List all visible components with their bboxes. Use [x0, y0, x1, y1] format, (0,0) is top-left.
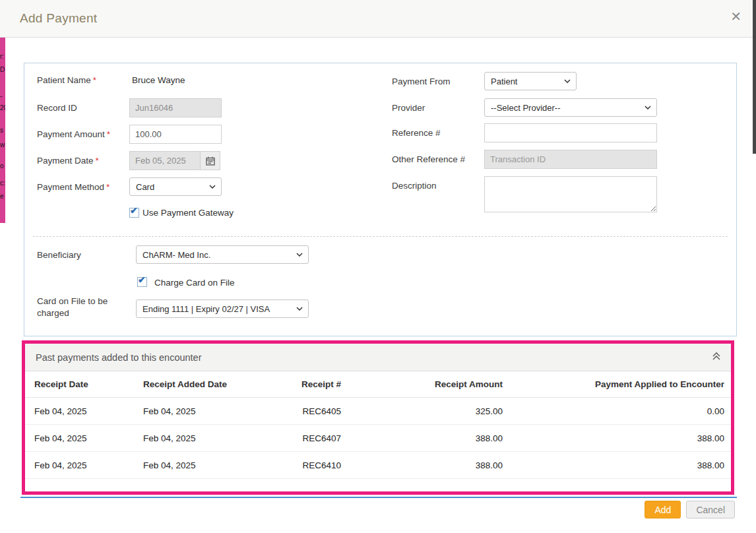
- background-left-strip: r: D - 20 s w o c: e ;: [0, 38, 5, 223]
- beneficiary-label: Beneficiary: [37, 250, 81, 260]
- col-payment-applied: Payment Applied to Encounter: [503, 379, 724, 389]
- required-marker: *: [106, 182, 110, 192]
- cancel-button[interactable]: Cancel: [686, 501, 735, 518]
- table-row[interactable]: Feb 04, 2025 Feb 04, 2025 REC6407 388.00…: [25, 425, 731, 452]
- past-payments-panel: Past payments added to this encounter Re…: [22, 340, 734, 495]
- collapse-icon[interactable]: [711, 351, 722, 363]
- cell-receipt-number: REC6405: [275, 406, 341, 416]
- beneficiary-value: ChARM- Med Inc.: [142, 250, 210, 260]
- provider-value: --Select Provider--: [491, 103, 560, 113]
- reference-field[interactable]: [484, 123, 657, 142]
- background-text-fragment: 20: [0, 104, 5, 111]
- payment-from-label: Payment From: [392, 77, 451, 86]
- payment-method-label-text: Payment Method: [37, 182, 104, 192]
- cell-receipt-amount: 388.00: [341, 460, 503, 470]
- table-row[interactable]: Feb 04, 2025 Feb 04, 2025 REC6405 325.00…: [25, 398, 731, 425]
- charge-card-on-file-label[interactable]: Charge Card on File: [154, 278, 235, 288]
- payment-from-value: Patient: [491, 77, 517, 86]
- patient-name-label: Patient Name*: [37, 75, 96, 85]
- chevron-down-icon: [296, 307, 303, 311]
- cell-receipt-added-date: Feb 04, 2025: [143, 460, 275, 470]
- past-payments-header: Past payments added to this encounter: [25, 344, 731, 371]
- cell-receipt-amount: 325.00: [341, 406, 503, 416]
- cell-payment-applied: 388.00: [503, 460, 724, 470]
- chevron-down-icon: [645, 106, 651, 110]
- other-reference-field: [484, 150, 657, 169]
- cell-receipt-added-date: Feb 04, 2025: [143, 406, 275, 416]
- col-receipt-added-date: Receipt Added Date: [143, 379, 275, 389]
- payment-date-label-text: Payment Date: [37, 156, 94, 166]
- chevron-down-icon: [209, 185, 216, 189]
- check-icon: ✔: [130, 205, 138, 216]
- reference-label: Reference #: [392, 128, 441, 138]
- cell-receipt-added-date: Feb 04, 2025: [143, 433, 275, 443]
- payment-method-value: Card: [136, 182, 154, 192]
- calendar-button[interactable]: [201, 151, 220, 170]
- card-on-file-label: Card on File to be charged: [37, 296, 126, 319]
- col-receipt-number: Receipt #: [275, 379, 341, 389]
- background-text-fragment: r:: [0, 53, 4, 60]
- required-marker: *: [93, 75, 96, 85]
- table-header-row: Receipt Date Receipt Added Date Receipt …: [25, 371, 731, 398]
- background-text-fragment: c:: [0, 179, 5, 187]
- calendar-icon: [206, 156, 215, 166]
- card-on-file-value: Ending 1111 | Expiry 02/27 | VISA: [142, 304, 270, 314]
- payment-date-field[interactable]: [129, 151, 201, 170]
- check-icon: ✔: [138, 274, 146, 285]
- cell-receipt-number: REC6410: [275, 460, 341, 470]
- table-row[interactable]: Feb 04, 2025 Feb 04, 2025 REC6410 388.00…: [25, 452, 731, 479]
- modal-header: Add Payment ✕: [0, 0, 756, 38]
- record-id-label: Record ID: [37, 103, 77, 113]
- charge-card-on-file-checkbox[interactable]: ✔: [137, 277, 147, 287]
- provider-select[interactable]: --Select Provider--: [484, 98, 657, 117]
- card-on-file-select[interactable]: Ending 1111 | Expiry 02/27 | VISA: [136, 299, 309, 318]
- cell-payment-applied: 0.00: [503, 406, 724, 416]
- add-button[interactable]: Add: [645, 501, 681, 518]
- patient-name-value: Bruce Wayne: [132, 75, 185, 85]
- background-text-fragment: e ;: [0, 193, 5, 200]
- payment-amount-label-text: Payment Amount: [37, 129, 105, 139]
- use-payment-gateway-label[interactable]: Use Payment Gateway: [142, 208, 234, 218]
- cell-payment-applied: 388.00: [503, 433, 724, 443]
- payment-method-label: Payment Method*: [37, 182, 110, 192]
- cell-receipt-amount: 388.00: [341, 433, 503, 443]
- beneficiary-select[interactable]: ChARM- Med Inc.: [136, 245, 309, 264]
- payment-form-panel: Patient Name* Bruce Wayne Record ID Paym…: [24, 63, 737, 336]
- cell-receipt-number: REC6407: [275, 433, 341, 443]
- cell-receipt-date: Feb 04, 2025: [34, 460, 143, 470]
- modal-footer: Add Cancel: [645, 501, 735, 518]
- panel-bottom-border: [20, 497, 737, 498]
- cell-receipt-date: Feb 04, 2025: [34, 406, 143, 416]
- payment-date-label: Payment Date*: [37, 156, 99, 166]
- required-marker: *: [107, 129, 110, 139]
- use-payment-gateway-checkbox[interactable]: ✔: [129, 208, 139, 218]
- payment-amount-label: Payment Amount*: [37, 129, 110, 139]
- past-payments-title: Past payments added to this encounter: [36, 352, 202, 363]
- section-divider: [33, 236, 728, 237]
- payment-amount-field[interactable]: [129, 125, 222, 144]
- col-receipt-date: Receipt Date: [34, 379, 143, 389]
- background-text-fragment: w: [0, 141, 5, 148]
- modal-title: Add Payment: [20, 11, 97, 26]
- col-receipt-amount: Receipt Amount: [341, 379, 503, 389]
- cell-receipt-date: Feb 04, 2025: [34, 433, 143, 443]
- other-reference-label: Other Reference #: [392, 154, 465, 164]
- background-text-fragment: o: [0, 162, 4, 170]
- record-id-field: [129, 98, 222, 117]
- required-marker: *: [96, 156, 99, 166]
- provider-label: Provider: [392, 103, 425, 113]
- chevron-down-icon: [296, 253, 303, 257]
- description-field[interactable]: [484, 176, 657, 212]
- background-text-fragment: -: [0, 92, 2, 100]
- patient-name-label-text: Patient Name: [37, 75, 91, 85]
- chevron-down-icon: [564, 79, 571, 83]
- background-text-fragment: D: [0, 66, 5, 73]
- background-right-strip: [753, 0, 756, 154]
- background-text-fragment: s: [0, 127, 3, 134]
- add-payment-modal: r: D - 20 s w o c: e ; Add Payment ✕ Pat…: [0, 0, 756, 533]
- payment-from-select[interactable]: Patient: [484, 72, 577, 90]
- payment-method-select[interactable]: Card: [129, 177, 222, 196]
- description-label: Description: [392, 181, 437, 191]
- close-icon[interactable]: ✕: [730, 10, 741, 23]
